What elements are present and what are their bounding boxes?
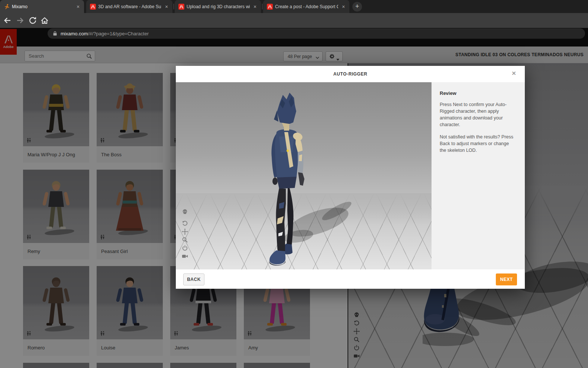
url-path: /#/?page=1&type=Character (88, 31, 149, 36)
forward-icon[interactable] (16, 16, 25, 25)
skull-icon[interactable] (182, 209, 188, 215)
undo-icon[interactable] (182, 220, 188, 227)
new-tab-button[interactable]: + (352, 2, 362, 12)
adobe-favicon-icon (178, 4, 184, 10)
modal-footer: BACK NEXT (176, 269, 525, 289)
browser-tab-strip: Mixamo × 3D and AR software - Adobe Sub … (0, 0, 588, 13)
review-heading: Review (440, 90, 517, 96)
camera-icon[interactable] (182, 253, 188, 259)
rigged-character-model (238, 88, 357, 267)
close-icon[interactable]: × (252, 4, 258, 10)
lock-icon (53, 31, 57, 36)
review-paragraph-2: Not satisfied with the results? Press Ba… (440, 134, 517, 154)
runner-favicon-icon (4, 4, 10, 10)
close-icon[interactable]: × (164, 4, 169, 10)
url-domain: mixamo.com (61, 31, 88, 36)
adobe-favicon-icon (267, 4, 273, 10)
close-icon[interactable]: × (340, 4, 346, 10)
browser-tab[interactable]: 3D and AR software - Adobe Sub × (86, 0, 172, 13)
adobe-favicon-icon (90, 4, 96, 10)
modal-header: AUTO-RIGGER × (176, 66, 525, 82)
browser-url-bar: mixamo.com/#/?page=1&type=Character (0, 13, 588, 28)
viewer-controls (182, 209, 188, 259)
browser-tab[interactable]: Upload and rig 3D characters wit × (175, 0, 261, 13)
back-button[interactable]: BACK (183, 273, 204, 285)
mixamo-browser-window: Adobe mixamo Characters Animations 48 Pe… (0, 0, 588, 368)
browser-tab[interactable]: Create a post - Adobe Support C × (263, 0, 349, 13)
zoom-icon[interactable] (182, 237, 188, 243)
power-icon[interactable] (182, 245, 188, 251)
rigged-character-viewport[interactable] (176, 82, 432, 269)
back-icon[interactable] (3, 16, 12, 25)
pan-icon[interactable] (182, 228, 188, 235)
reload-icon[interactable] (28, 16, 37, 25)
home-icon[interactable] (40, 16, 49, 25)
close-icon[interactable]: × (75, 4, 81, 10)
review-sidebar: Review Press Next to confirm your Auto-R… (432, 82, 525, 269)
next-button[interactable]: NEXT (496, 273, 517, 285)
close-icon[interactable]: × (512, 69, 516, 77)
review-paragraph-1: Press Next to confirm your Auto-Rigged c… (440, 101, 517, 128)
address-bar[interactable]: mixamo.com/#/?page=1&type=Character (48, 28, 585, 39)
modal-title: AUTO-RIGGER (176, 66, 525, 82)
auto-rigger-modal: AUTO-RIGGER × (176, 66, 525, 289)
browser-tab[interactable]: Mixamo × (0, 0, 84, 13)
